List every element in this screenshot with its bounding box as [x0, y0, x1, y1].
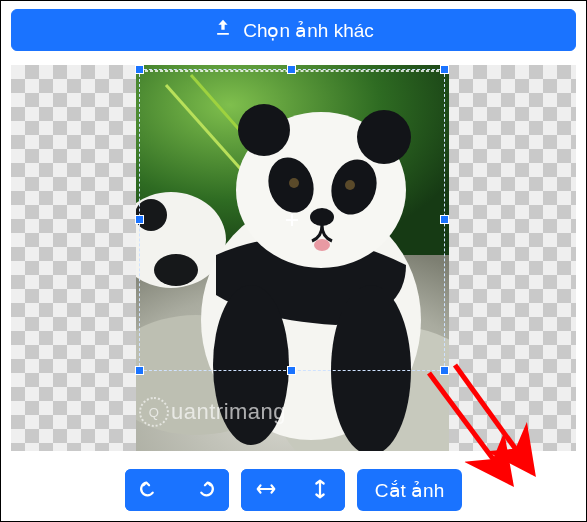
undo-icon	[139, 478, 161, 503]
crop-handle-bl[interactable]	[135, 366, 144, 375]
flip-group	[241, 469, 345, 511]
upload-icon	[213, 18, 233, 43]
history-group	[125, 469, 229, 511]
crop-handle-br[interactable]	[440, 366, 449, 375]
toolbar: Cắt ảnh	[1, 469, 586, 511]
crop-handle-tl[interactable]	[135, 65, 144, 74]
crop-handle-tm[interactable]	[287, 65, 296, 74]
flip-vertical-icon	[309, 478, 331, 503]
undo-button[interactable]	[125, 469, 175, 511]
crop-button[interactable]: Cắt ảnh	[357, 469, 462, 511]
redo-icon	[193, 478, 215, 503]
crop-button-label: Cắt ảnh	[375, 480, 444, 501]
redo-button[interactable]	[179, 469, 229, 511]
watermark-text: uantrimang	[171, 399, 286, 425]
crop-center-icon	[286, 214, 298, 226]
editor-stage-wrap: Q uantrimang	[11, 65, 576, 451]
app-frame: Chọn ảnh khác	[0, 0, 587, 522]
crop-handle-tr[interactable]	[440, 65, 449, 74]
editor-stage[interactable]: Q uantrimang	[11, 65, 576, 451]
watermark: Q uantrimang	[139, 397, 286, 427]
crop-handle-ml[interactable]	[135, 215, 144, 224]
flip-horizontal-button[interactable]	[241, 469, 291, 511]
crop-handle-bm[interactable]	[287, 366, 296, 375]
watermark-icon: Q	[139, 397, 169, 427]
flip-vertical-button[interactable]	[295, 469, 345, 511]
choose-other-image-button[interactable]: Chọn ảnh khác	[11, 9, 576, 51]
crop-selection[interactable]	[139, 69, 445, 371]
flip-horizontal-icon	[255, 478, 277, 503]
crop-handle-mr[interactable]	[440, 215, 449, 224]
choose-other-image-label: Chọn ảnh khác	[243, 19, 374, 42]
